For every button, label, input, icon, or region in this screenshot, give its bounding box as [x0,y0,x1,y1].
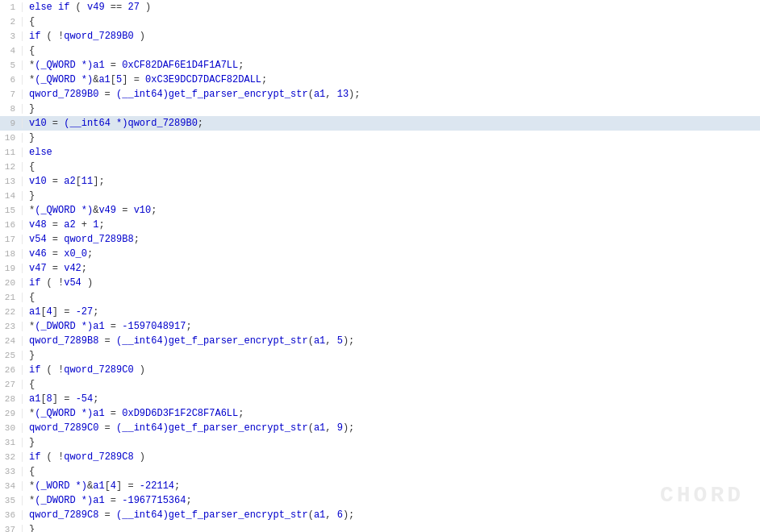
line-number: 33 [0,467,23,476]
code-text: v47 = v42; [29,263,760,274]
line-number: 20 [0,278,23,288]
code-text: { [29,292,760,303]
line-number: 16 [0,220,23,230]
line-number: 1 [0,2,23,12]
code-text: qword_7289B8 = (__int64)get_f_parser_enc… [29,335,760,347]
line-number: 21 [0,293,23,302]
code-container: 1else if ( v49 == 27 )2{3 if ( !qword_72… [0,0,760,532]
line-number: 24 [0,336,23,346]
code-text: { [29,161,760,172]
code-line: 24 qword_7289B8 = (__int64)get_f_parser_… [0,334,760,348]
line-number: 9 [0,118,23,128]
code-text: { [29,466,760,477]
code-text: qword_7289C0 = (__int64)get_f_parser_enc… [29,422,760,434]
line-number: 13 [0,177,23,186]
code-line: 26if ( !qword_7289C0 ) [0,363,760,377]
code-line: 28 a1[8] = -54; [0,392,760,406]
code-line: 14} [0,189,760,203]
code-line: 12{ [0,160,760,174]
code-line: 10} [0,131,760,145]
code-line: 32if ( !qword_7289C8 ) [0,450,760,464]
line-number: 37 [0,525,23,532]
code-line: 15*(_QWORD *)&v49 = v10; [0,203,760,218]
code-text: if ( !qword_7289C0 ) [29,364,760,376]
code-text: if ( !v54 ) [29,277,760,289]
code-line: 7 qword_7289B0 = (__int64)get_f_parser_e… [0,87,760,102]
line-number: 29 [0,409,23,418]
line-number: 35 [0,496,23,505]
code-line: 5 *(_QWORD *)a1 = 0xCF82DAF6E1D4F1A7LL; [0,58,760,73]
code-line: 31} [0,435,760,450]
line-number: 19 [0,264,23,273]
line-number: 3 [0,31,23,41]
code-line: 37} [0,522,760,532]
code-line: 3 if ( !qword_7289B0 ) [0,29,760,44]
code-text: *(_QWORD *)a1 = 0xCF82DAF6E1D4F1A7LL; [29,60,760,71]
code-text: { [29,45,760,56]
code-text: else [29,147,760,158]
line-number: 23 [0,322,23,331]
code-text: qword_7289C8 = (__int64)get_f_parser_enc… [29,509,760,521]
code-line: 22 a1[4] = -27; [0,305,760,319]
code-line: 9 v10 = (__int64 *)qword_7289B0; [0,116,760,131]
code-line: 18v46 = x0_0; [0,247,760,261]
code-line: 35 *(_DWORD *)a1 = -1967715364; [0,493,760,508]
code-line: 27{ [0,377,760,392]
line-number: 31 [0,438,23,447]
line-number: 4 [0,46,23,56]
code-line: 30 qword_7289C0 = (__int64)get_f_parser_… [0,421,760,435]
line-number: 28 [0,394,23,404]
code-text: v10 = a2[11]; [29,176,760,187]
code-line: 8 } [0,102,760,116]
code-text: } [29,350,760,361]
code-text: a1[8] = -54; [29,393,760,405]
code-text: } [29,103,760,114]
line-number: 22 [0,307,23,317]
code-line: 11else [0,145,760,160]
code-line: 23 *(_DWORD *)a1 = -1597048917; [0,319,760,334]
code-line: 21{ [0,290,760,305]
code-line: 36 qword_7289C8 = (__int64)get_f_parser_… [0,508,760,522]
line-number: 10 [0,133,23,143]
line-number: 6 [0,75,23,85]
watermark: CHORD [660,483,744,508]
code-line: 2{ [0,15,760,29]
line-number: 27 [0,380,23,389]
line-number: 8 [0,104,23,114]
line-number: 34 [0,481,23,491]
code-line: 13 v10 = a2[11]; [0,174,760,189]
code-line: 33{ [0,464,760,479]
line-number: 5 [0,60,23,70]
code-text: qword_7289B0 = (__int64)get_f_parser_enc… [29,89,760,100]
line-number: 36 [0,510,23,520]
code-text: } [29,524,760,532]
line-number: 26 [0,365,23,375]
code-line: 6 *(_QWORD *)&a1[5] = 0xC3E9DCD7DACF82DA… [0,73,760,87]
code-line: 16v48 = a2 + 1; [0,218,760,232]
code-line: 19v47 = v42; [0,261,760,276]
line-number: 11 [0,148,23,157]
line-number: 14 [0,191,23,201]
code-text: if ( !qword_7289C8 ) [29,451,760,463]
code-line: 17v54 = qword_7289B8; [0,232,760,247]
code-text: *(_DWORD *)a1 = -1967715364; [29,495,760,506]
code-text: *(_QWORD *)&v49 = v10; [29,205,760,216]
line-number: 32 [0,452,23,462]
line-number: 25 [0,351,23,360]
code-text: *(_WORD *)&a1[4] = -22114; [29,480,760,492]
code-text: *(_QWORD *)a1 = 0xD9D6D3F1F2C8F7A6LL; [29,408,760,419]
line-number: 2 [0,17,23,27]
line-number: 30 [0,423,23,433]
code-text: v48 = a2 + 1; [29,219,760,231]
code-text: v10 = (__int64 *)qword_7289B0; [29,118,760,129]
line-number: 15 [0,206,23,215]
code-text: { [29,379,760,390]
line-number: 7 [0,89,23,99]
code-text: } [29,132,760,143]
code-line: 4 { [0,44,760,58]
code-text: } [29,190,760,202]
code-line: 34 *(_WORD *)&a1[4] = -22114; [0,479,760,493]
code-line: 29 *(_QWORD *)a1 = 0xD9D6D3F1F2C8F7A6LL; [0,406,760,421]
code-text: else if ( v49 == 27 ) [29,2,760,13]
code-text: v54 = qword_7289B8; [29,234,760,245]
